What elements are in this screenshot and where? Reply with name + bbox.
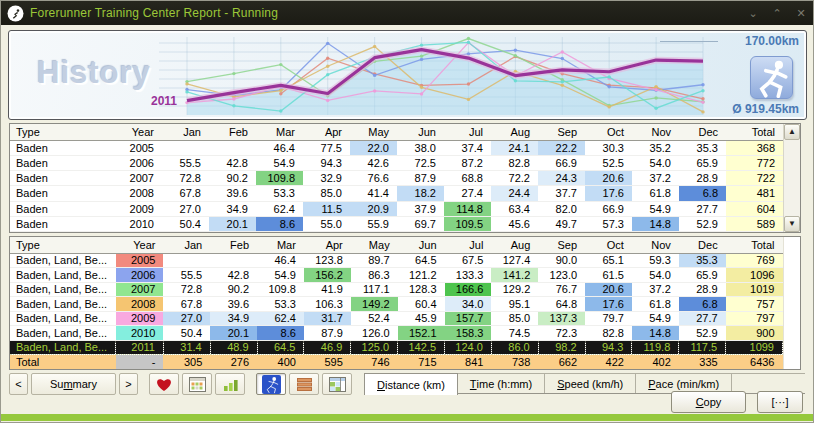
bar-chart-icon: [222, 377, 239, 392]
column-header: Jun: [398, 237, 445, 253]
column-header: Total: [726, 237, 783, 253]
column-header: Oct: [585, 237, 632, 253]
column-header: Aug: [491, 124, 538, 140]
column-header: Aug: [491, 237, 538, 253]
prev-report-button[interactable]: <: [9, 373, 28, 395]
running-sport-button[interactable]: [256, 373, 286, 395]
running-sport-badge: [750, 56, 793, 99]
table-row[interactable]: Baden200867.839.653.385.041.418.227.424.…: [10, 186, 783, 201]
column-header: Year: [114, 124, 162, 140]
average-distance-label: Ø 919.45km: [732, 102, 799, 116]
column-header: May: [350, 124, 397, 140]
table-row[interactable]: Baden, Land, Be...201050.420.18.687.9126…: [10, 326, 783, 341]
column-header: Dec: [679, 124, 726, 140]
table-grid-icon: [329, 377, 346, 392]
column-header: Jun: [397, 124, 444, 140]
table-row[interactable]: Baden200772.890.2109.832.976.687.968.872…: [10, 171, 783, 186]
table-row[interactable]: Baden200655.542.854.994.342.672.587.282.…: [10, 155, 783, 170]
history-table-baden: TypeYearJanFebMarAprMayJunJulAugSepOctNo…: [9, 123, 801, 233]
calendar-icon: [189, 377, 206, 392]
axis-max-tick: [660, 41, 718, 42]
tab-speed[interactable]: Speed (km/h): [545, 374, 636, 393]
column-header: Year: [116, 237, 164, 253]
column-header: Apr: [304, 237, 351, 253]
scrollbar-down-button[interactable]: ▼: [784, 216, 800, 232]
column-header: Feb: [209, 124, 256, 140]
column-header: Jul: [445, 237, 492, 253]
scrollbar-up-button[interactable]: ▲: [784, 124, 800, 140]
column-header: Sep: [538, 124, 585, 140]
table-row[interactable]: Baden, Land, Be...200772.890.2109.841.91…: [10, 282, 783, 297]
table-row[interactable]: Baden201050.420.18.655.055.969.7109.545.…: [10, 216, 783, 231]
column-header: Total: [726, 124, 783, 140]
panel-title: History: [37, 55, 151, 91]
column-header: Type: [10, 237, 116, 253]
heart-icon: [156, 377, 172, 392]
runner-icon: [751, 57, 792, 98]
runner-icon: [262, 375, 281, 394]
bar-chart-button[interactable]: [215, 373, 245, 395]
table-row[interactable]: Baden, Land, Be...200546.4123.889.764.56…: [10, 253, 783, 268]
summary-button[interactable]: Summary: [31, 373, 116, 395]
next-report-button[interactable]: >: [119, 373, 138, 395]
tab-distance[interactable]: Distance (km): [364, 373, 458, 395]
column-header: Feb: [210, 237, 257, 253]
window-title: Forerunner Training Center Report - Runn…: [30, 6, 278, 20]
column-header: Mar: [257, 237, 304, 253]
toolbar-icon-group: [149, 373, 355, 395]
maximize-icon[interactable]: ⌃: [771, 7, 783, 20]
highlighted-year-label: 2011: [151, 94, 177, 108]
titlebar: Forerunner Training Center Report - Runn…: [1, 1, 813, 25]
table-row[interactable]: Baden, Land, Be...200927.034.962.431.752…: [10, 311, 783, 326]
column-header: Dec: [679, 237, 726, 253]
column-header: May: [351, 237, 398, 253]
column-header: Oct: [585, 124, 632, 140]
column-header: Jul: [444, 124, 491, 140]
minimize-icon[interactable]: ⌄: [747, 7, 759, 20]
column-header: Type: [10, 124, 114, 140]
column-header: Mar: [256, 124, 303, 140]
tab-time[interactable]: Time (h:mm): [458, 374, 545, 393]
vertical-scroll-track[interactable]: [783, 237, 800, 369]
table-row[interactable]: Baden200927.034.962.411.520.937.9114.863…: [10, 201, 783, 216]
column-header: Nov: [632, 237, 679, 253]
more-options-button[interactable]: [···]: [757, 391, 803, 413]
history-table-all-types: TypeYearJanFebMarAprMayJunJulAugSepOctNo…: [9, 236, 801, 370]
table-row[interactable]: Baden200546.477.522.038.037.424.122.230.…: [10, 140, 783, 155]
calendar-button[interactable]: [182, 373, 212, 395]
column-header: Nov: [632, 124, 679, 140]
laps-button[interactable]: [289, 373, 319, 395]
column-header: Sep: [538, 237, 585, 253]
axis-max-label: 170.00km: [745, 34, 799, 48]
favorites-button[interactable]: [149, 373, 179, 395]
table-row[interactable]: Baden, Land, Be...200655.542.854.9156.28…: [10, 268, 783, 283]
table-row[interactable]: Baden, Land, Be...200867.839.653.3106.31…: [10, 297, 783, 312]
column-header: Jan: [163, 237, 210, 253]
app-window: Forerunner Training Center Report - Runn…: [0, 0, 814, 423]
copy-button[interactable]: Copy: [671, 391, 746, 413]
table-row[interactable]: Baden, Land, Be...201131.448.964.546.912…: [10, 340, 783, 355]
h-bars-icon: [296, 377, 313, 392]
vertical-scrollbar[interactable]: ▲▼: [783, 124, 800, 232]
close-icon[interactable]: ✕: [795, 7, 807, 20]
total-row[interactable]: Total-3052764005957467158417386624224023…: [10, 355, 783, 370]
window-controls: ⌄ ⌃ ✕: [747, 7, 807, 20]
history-panel: 2011 History 170.00km Ø 919.45km: [8, 30, 807, 120]
column-header: Apr: [303, 124, 350, 140]
table-view-button[interactable]: [322, 373, 352, 395]
column-header: Jan: [162, 124, 209, 140]
accent-strip: [1, 414, 813, 421]
app-logo-icon: [7, 5, 24, 22]
